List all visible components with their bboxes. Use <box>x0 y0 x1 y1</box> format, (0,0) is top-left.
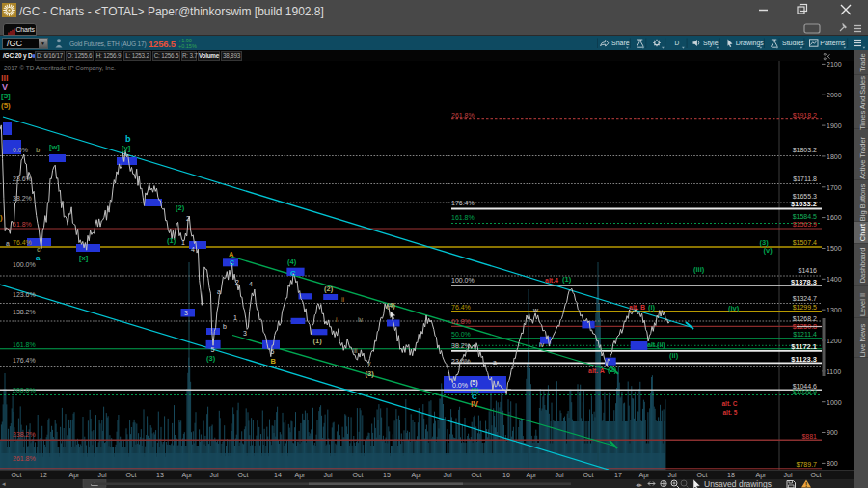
svg-text:(v): (v) <box>764 246 773 255</box>
svg-text:1400: 1400 <box>827 276 842 283</box>
svg-text:$1378.3: $1378.3 <box>791 278 817 286</box>
svg-text:$1324.7: $1324.7 <box>793 295 817 302</box>
svg-text:23.6%: 23.6% <box>13 176 32 182</box>
svg-text:1800: 1800 <box>827 153 842 160</box>
svg-text:161.8%: 161.8% <box>451 214 475 221</box>
svg-text:(iv): (iv) <box>728 304 740 312</box>
svg-text:alt. B: alt. B <box>629 304 645 311</box>
svg-text:176.4%: 176.4% <box>451 200 475 206</box>
svg-text:(2): (2) <box>176 203 185 212</box>
svg-text:(4): (4) <box>287 258 297 266</box>
svg-text:(3): (3) <box>206 354 216 363</box>
svg-text:V: V <box>2 82 8 92</box>
svg-text:(5): (5) <box>471 387 479 394</box>
svg-text:a: a <box>493 359 497 366</box>
svg-text:100.0%: 100.0% <box>13 261 36 268</box>
svg-text:2017 © TD Ameritrade IP Compan: 2017 © TD Ameritrade IP Company, Inc. <box>4 65 116 72</box>
svg-text:4: 4 <box>249 281 253 287</box>
svg-text:1700: 1700 <box>827 184 842 191</box>
svg-text:$1416: $1416 <box>799 267 818 274</box>
svg-text:$1563.9: $1563.9 <box>793 221 817 228</box>
svg-text:Studies: Studies <box>782 40 805 46</box>
svg-text:(3): (3) <box>366 369 375 378</box>
svg-text:$881: $881 <box>801 433 817 440</box>
svg-text:alt.4: alt.4 <box>545 277 558 284</box>
svg-text:$1028.9: $1028.9 <box>793 389 817 395</box>
svg-text:iii: iii <box>353 347 358 354</box>
svg-text:$1507.4: $1507.4 <box>793 239 817 246</box>
svg-text:(i): (i) <box>648 303 656 312</box>
svg-text:$789.7: $789.7 <box>797 461 818 468</box>
svg-text:Drawings: Drawings <box>736 40 765 47</box>
svg-text:a: a <box>6 240 10 247</box>
svg-text:◂▸: ◂▸ <box>636 481 643 488</box>
svg-text:(5): (5) <box>1 101 11 110</box>
svg-text:4: 4 <box>191 246 195 253</box>
svg-text:iv: iv <box>358 316 364 323</box>
svg-text:w: w <box>532 307 539 313</box>
svg-text:(2): (2) <box>324 285 334 293</box>
svg-text:iv: iv <box>539 341 545 348</box>
svg-text:(ii): (ii) <box>669 351 679 360</box>
svg-text:123.6%: 123.6% <box>13 291 36 298</box>
svg-text:200.0%: 200.0% <box>13 387 36 393</box>
svg-text:2000: 2000 <box>827 92 842 98</box>
svg-text:1100: 1100 <box>827 368 841 375</box>
svg-text:◂: ◂ <box>2 480 6 487</box>
svg-text:1500: 1500 <box>827 245 842 252</box>
svg-text:261.8%: 261.8% <box>451 112 475 119</box>
svg-text:Share: Share <box>611 40 630 46</box>
svg-text:138.2%: 138.2% <box>13 309 36 315</box>
svg-text:Patterns: Patterns <box>820 40 846 46</box>
svg-text:(1): (1) <box>313 337 323 345</box>
svg-text:76.4%: 76.4% <box>13 239 32 246</box>
svg-text:1200: 1200 <box>827 338 842 344</box>
svg-text:$1918.2: $1918.2 <box>793 112 817 119</box>
svg-text:$1299.5: $1299.5 <box>793 304 817 311</box>
svg-text:D: D <box>675 40 680 46</box>
svg-text:[x]: [x] <box>79 254 89 262</box>
svg-text:61.8%: 61.8% <box>13 221 32 228</box>
svg-text:161.8%: 161.8% <box>13 341 36 348</box>
svg-text:38.2%: 38.2% <box>13 195 32 202</box>
svg-text:900: 900 <box>827 429 838 436</box>
svg-text:1: 1 <box>181 239 185 246</box>
svg-text:C: C <box>230 259 234 266</box>
svg-text:[5]: [5] <box>1 92 11 100</box>
svg-text:$1633.2: $1633.2 <box>791 200 817 208</box>
svg-text:alt.(ii): alt.(ii) <box>647 341 665 349</box>
svg-text:76.4%: 76.4% <box>451 304 471 311</box>
svg-text:238.2%: 238.2% <box>13 431 36 438</box>
svg-text:3: 3 <box>184 310 188 316</box>
svg-text:800: 800 <box>827 460 838 467</box>
svg-text:c: c <box>37 246 41 253</box>
svg-text:(iii): (iii) <box>693 265 705 274</box>
svg-text:38.2%: 38.2% <box>451 342 471 349</box>
svg-text:[y]: [y] <box>122 144 131 152</box>
svg-text:$1584.5: $1584.5 <box>793 213 817 220</box>
svg-text:$1211.4: $1211.4 <box>793 331 817 338</box>
svg-text:2100: 2100 <box>827 61 842 68</box>
svg-text:ii: ii <box>341 296 345 303</box>
svg-text:!: ! <box>805 481 807 488</box>
svg-text:50.0%: 50.0% <box>451 331 471 338</box>
svg-text:3: 3 <box>243 330 247 337</box>
svg-text:5: 5 <box>271 348 275 355</box>
svg-text:$1803.2: $1803.2 <box>793 147 817 153</box>
svg-text:$1123.3: $1123.3 <box>791 355 817 364</box>
svg-text:a: a <box>36 254 41 262</box>
svg-text:B: B <box>271 357 277 366</box>
svg-text:(4): (4) <box>387 301 396 310</box>
svg-text:Style: Style <box>703 40 719 47</box>
svg-text:[w]: [w] <box>49 143 60 151</box>
svg-text:Unsaved drawings: Unsaved drawings <box>704 479 772 488</box>
svg-text:$1172.1: $1172.1 <box>791 342 817 351</box>
svg-text:0.0%: 0.0% <box>452 382 468 389</box>
svg-text:(1): (1) <box>167 236 176 245</box>
svg-text:alt. A: alt. A <box>588 367 605 374</box>
svg-text:61.8%: 61.8% <box>451 318 471 325</box>
svg-text:alt. C: alt. C <box>722 400 738 407</box>
svg-text:): ) <box>0 213 3 222</box>
svg-text:v: v <box>367 360 371 366</box>
svg-text:b: b <box>223 323 227 330</box>
